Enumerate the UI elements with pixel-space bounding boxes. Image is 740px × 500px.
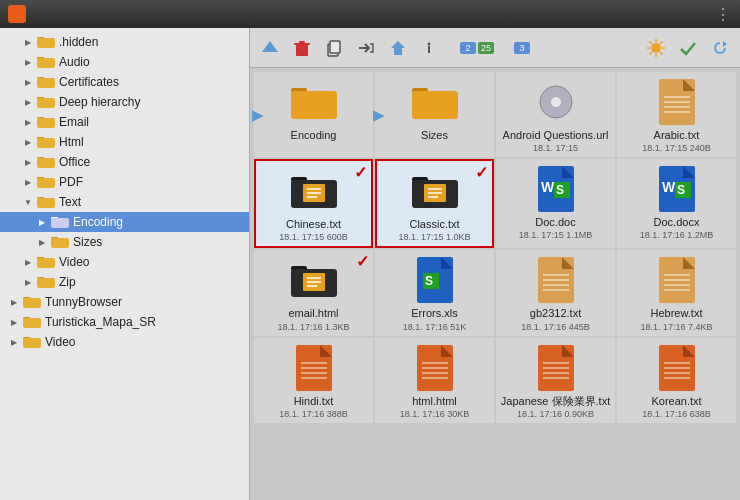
selected-checkmark: ✓ [356, 252, 369, 271]
sidebar-item-label: Video [45, 335, 75, 349]
svg-rect-1 [37, 38, 55, 48]
file-item[interactable]: ✓email.html18.1. 17:16 1.3KB [254, 250, 373, 335]
file-item[interactable]: Hindi.txt18.1. 17:16 388B [254, 338, 373, 423]
file-icon [290, 256, 338, 304]
svg-line-49 [650, 52, 652, 54]
sidebar-item-label: Text [59, 195, 81, 209]
home-button[interactable] [384, 34, 412, 62]
sidebar-item-email[interactable]: ▶Email [0, 112, 249, 132]
sidebar-item-audio[interactable]: ▶Audio [0, 52, 249, 72]
sidebar-item-label: Email [59, 115, 89, 129]
file-item[interactable]: SErrors.xls18.1. 17:16 51K [375, 250, 494, 335]
navigate-up-button[interactable] [256, 34, 284, 62]
folder-icon [37, 135, 55, 149]
file-icon [532, 78, 580, 126]
sidebar-item-video[interactable]: ▶Video [0, 332, 249, 352]
selected-checkmark: ✓ [354, 163, 367, 182]
file-grid: ▶Encoding▶SizesAndroid Questions.url18.1… [250, 68, 740, 427]
svg-rect-37 [330, 41, 340, 53]
right-panel: 2 25 3 ▶Encoding▶SizesAndroid Questions.… [250, 28, 740, 500]
file-icon [653, 344, 701, 392]
file-icon [653, 256, 701, 304]
folder-icon [37, 35, 55, 49]
file-icon [290, 344, 338, 392]
badge-count-2: 25 [478, 42, 494, 54]
file-name-label: Japanese 保険業界.txt [501, 395, 610, 408]
svg-rect-27 [23, 298, 41, 308]
sidebar-item-tunnybrowser[interactable]: ▶TunnyBrowser [0, 292, 249, 312]
refresh-button[interactable] [706, 34, 734, 62]
sidebar-item-office[interactable]: ▶Office [0, 152, 249, 172]
svg-rect-13 [37, 158, 55, 168]
copy-button[interactable] [320, 34, 348, 62]
sidebar-item-pdf[interactable]: ▶PDF [0, 172, 249, 192]
folder-icon [37, 115, 55, 129]
info-button[interactable] [416, 34, 444, 62]
file-item[interactable]: WSDoc.docx18.1. 17:16 1.2MB [617, 159, 736, 248]
expand-arrow: ▶ [373, 107, 384, 123]
file-name-label: Errors.xls [411, 307, 457, 320]
sidebar-item-label: Video [59, 255, 89, 269]
file-item[interactable]: Android Questions.url18.1. 17:15 [496, 72, 615, 157]
file-item[interactable]: gb2312.txt18.1. 17:16 445B [496, 250, 615, 335]
svg-line-46 [650, 41, 652, 43]
file-item[interactable]: ▶Sizes [375, 72, 494, 157]
file-item[interactable]: ✓Chinese.txt18.1. 17:15 600B [254, 159, 373, 248]
svg-rect-35 [299, 41, 305, 43]
sidebar-arrow: ▼ [22, 196, 34, 208]
file-meta: 18.1. 17:16 638B [642, 409, 711, 419]
sidebar-item-deep-hierarchy[interactable]: ▶Deep hierarchy [0, 92, 249, 112]
folder-icon [23, 335, 41, 349]
svg-rect-39 [428, 46, 430, 53]
sidebar-item-zip[interactable]: ▶Zip [0, 272, 249, 292]
svg-rect-52 [291, 91, 337, 119]
file-icon [411, 344, 459, 392]
folder-icon [37, 155, 55, 169]
sidebar-item-html[interactable]: ▶Html [0, 132, 249, 152]
file-name-label: email.html [288, 307, 338, 320]
badge-count-3: 3 [514, 42, 530, 54]
move-button[interactable] [352, 34, 380, 62]
file-meta: 18.1. 17:15 [533, 143, 578, 153]
file-icon: WS [532, 165, 580, 213]
sidebar-arrow: ▶ [8, 296, 20, 308]
check-button[interactable] [674, 34, 702, 62]
more-options-icon[interactable]: ⋮ [715, 5, 732, 24]
sidebar-item-encoding[interactable]: ▶Encoding [0, 212, 249, 232]
file-name-label: Classic.txt [409, 218, 459, 231]
file-item[interactable]: WSDoc.doc18.1. 17:15 1.1MB [496, 159, 615, 248]
file-item[interactable]: Korean.txt18.1. 17:16 638B [617, 338, 736, 423]
file-item[interactable]: Japanese 保険業界.txt18.1. 17:16 0.90KB [496, 338, 615, 423]
svg-marker-50 [723, 41, 727, 47]
folder-icon [37, 275, 55, 289]
file-item[interactable]: ▶Encoding [254, 72, 373, 157]
sidebar-item-sizes[interactable]: ▶Sizes [0, 232, 249, 252]
svg-rect-17 [37, 198, 55, 208]
svg-rect-31 [23, 338, 41, 348]
sidebar-item-video[interactable]: ▶Video [0, 252, 249, 272]
sidebar-item-certificates[interactable]: ▶Certificates [0, 72, 249, 92]
sidebar-item-text[interactable]: ▼Text [0, 192, 249, 212]
folder-icon [37, 95, 55, 109]
sidebar-arrow: ▶ [22, 156, 34, 168]
file-item[interactable]: Hebrew.txt18.1. 17:16 7.4KB [617, 250, 736, 335]
file-item[interactable]: html.html18.1. 17:16 30KB [375, 338, 494, 423]
sidebar-item-label: Sizes [73, 235, 102, 249]
selected-checkmark: ✓ [475, 163, 488, 182]
file-meta: 18.1. 17:16 445B [521, 322, 590, 332]
svg-text:W: W [541, 179, 555, 195]
sun-icon-button[interactable] [642, 34, 670, 62]
file-name-label: Encoding [291, 129, 337, 142]
expand-arrow: ▶ [252, 107, 263, 123]
sidebar-arrow: ▶ [22, 176, 34, 188]
sidebar-item-turisticka_mapa_sr[interactable]: ▶Turisticka_Mapa_SR [0, 312, 249, 332]
delete-button[interactable] [288, 34, 316, 62]
file-item[interactable]: ✓Classic.txt18.1. 17:15 1.0KB [375, 159, 494, 248]
file-meta: 18.1. 17:16 0.90KB [517, 409, 594, 419]
file-name-label: Hindi.txt [294, 395, 334, 408]
title-bar-right: ⋮ [707, 5, 732, 24]
svg-rect-25 [37, 278, 55, 288]
file-meta: 18.1. 17:15 1.0KB [398, 232, 470, 242]
sidebar-item-.hidden[interactable]: ▶.hidden [0, 32, 249, 52]
file-item[interactable]: Arabic.txt18.1. 17:15 240B [617, 72, 736, 157]
